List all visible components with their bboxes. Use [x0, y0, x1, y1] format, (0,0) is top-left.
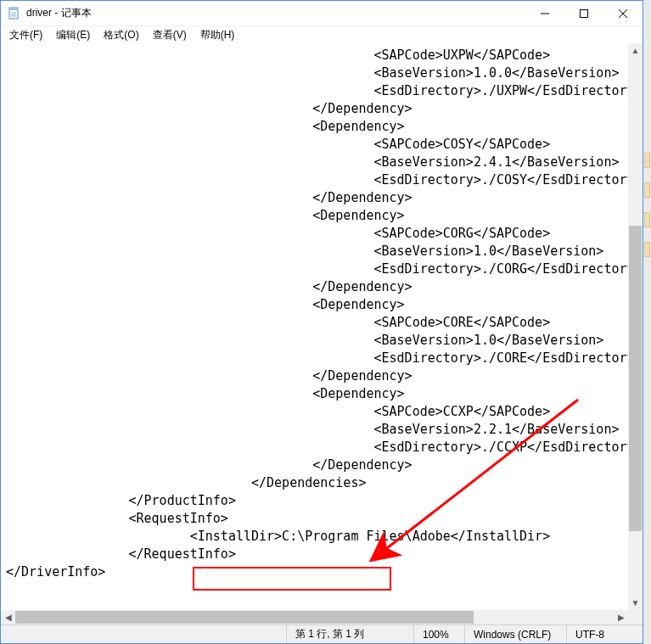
notepad-icon — [8, 7, 21, 20]
scroll-corner — [628, 610, 643, 624]
background-strip — [643, 0, 651, 644]
svg-rect-1 — [9, 8, 18, 10]
menu-help[interactable]: 帮助(H) — [194, 27, 242, 43]
bg-chip — [644, 212, 650, 227]
close-icon — [619, 9, 627, 18]
window-title: driver - 记事本 — [26, 6, 92, 20]
minimize-icon — [541, 9, 549, 18]
maximize-button[interactable] — [564, 1, 603, 26]
menubar: 文件(F) 编辑(E) 格式(O) 查看(V) 帮助(H) — [1, 26, 643, 43]
scroll-right-button[interactable]: ▶ — [614, 610, 628, 624]
scroll-down-button[interactable]: ▼ — [628, 596, 643, 610]
scroll-up-button[interactable]: ▲ — [628, 43, 643, 58]
content-area: <SAPCode>UXPW</SAPCode> <BaseVersion>1.0… — [1, 43, 643, 624]
horizontal-scrollbar[interactable]: ◀ ▶ — [1, 610, 628, 624]
status-zoom: 100% — [413, 625, 464, 643]
scroll-left-button[interactable]: ◀ — [1, 610, 15, 624]
bg-chip — [644, 182, 650, 198]
menu-file[interactable]: 文件(F) — [3, 27, 49, 43]
status-cursor-pos: 第 1 行, 第 1 列 — [286, 625, 413, 643]
menu-view[interactable]: 查看(V) — [146, 27, 194, 43]
menu-format[interactable]: 格式(O) — [97, 27, 145, 43]
horizontal-scrollbar-thumb[interactable] — [15, 611, 474, 624]
vertical-scrollbar[interactable]: ▲ ▼ — [628, 43, 643, 610]
close-button[interactable] — [603, 1, 643, 26]
svg-rect-6 — [581, 9, 588, 17]
minimize-button[interactable] — [525, 1, 564, 26]
bg-chip — [644, 242, 650, 257]
menu-edit[interactable]: 编辑(E) — [49, 27, 97, 43]
maximize-icon — [580, 9, 588, 18]
vertical-scrollbar-thumb[interactable] — [629, 226, 642, 531]
statusbar: 第 1 行, 第 1 列 100% Windows (CRLF) UTF-8 — [1, 624, 643, 643]
titlebar[interactable]: driver - 记事本 — [1, 1, 643, 26]
window-controls — [525, 1, 643, 26]
status-encoding: UTF-8 — [566, 625, 643, 643]
text-editor[interactable]: <SAPCode>UXPW</SAPCode> <BaseVersion>1.0… — [1, 43, 628, 610]
notepad-window: driver - 记事本 文件(F) 编辑(E) 格式(O) 查看(V) 帮助(… — [0, 0, 643, 644]
status-line-ending: Windows (CRLF) — [464, 625, 566, 643]
bg-chip — [644, 153, 650, 168]
